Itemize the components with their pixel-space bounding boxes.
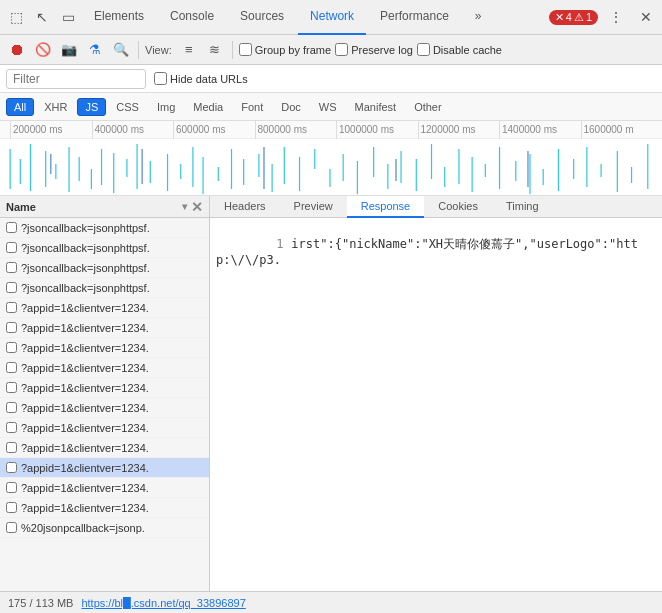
waterfall-button[interactable]: ≋ — [204, 39, 226, 61]
type-filter-js[interactable]: JS — [77, 98, 106, 116]
list-item[interactable]: ?appid=1&clientver=1234. — [0, 398, 209, 418]
list-item-name: ?jsoncallback=jsonphttpsf. — [21, 222, 203, 234]
list-item[interactable]: ?appid=1&clientver=1234. — [0, 478, 209, 498]
type-filter-manifest[interactable]: Manifest — [347, 98, 405, 116]
list-item[interactable]: ?jsoncallback=jsonphttpsf. — [0, 258, 209, 278]
list-item-checkbox[interactable] — [6, 262, 17, 273]
view-label: View: — [145, 44, 172, 56]
right-tab-cookies[interactable]: Cookies — [424, 196, 492, 218]
type-filter-ws[interactable]: WS — [311, 98, 345, 116]
hide-data-urls-checkbox[interactable] — [154, 72, 167, 85]
preserve-log-checkbox[interactable] — [335, 43, 348, 56]
right-tab-response[interactable]: Response — [347, 196, 425, 218]
list-item-checkbox[interactable] — [6, 482, 17, 493]
list-item-checkbox[interactable] — [6, 462, 17, 473]
tab-sources[interactable]: Sources — [228, 0, 296, 35]
ruler-tick: 1400000 ms — [499, 121, 581, 139]
ruler-tick: 200000 ms — [10, 121, 92, 139]
list-item[interactable]: ?jsoncallback=jsonphttpsf. — [0, 278, 209, 298]
group-by-frame-label[interactable]: Group by frame — [239, 43, 331, 56]
error-count: 4 — [566, 11, 572, 23]
type-filter-all[interactable]: All — [6, 98, 34, 116]
line-number: 1 — [259, 237, 283, 251]
list-item-checkbox[interactable] — [6, 322, 17, 333]
list-item-checkbox[interactable] — [6, 242, 17, 253]
divider-1 — [138, 41, 139, 59]
tab-network[interactable]: Network — [298, 0, 366, 35]
filter-input[interactable] — [6, 69, 146, 89]
record-button[interactable]: ⏺ — [6, 39, 28, 61]
list-item[interactable]: ?jsoncallback=jsonphttpsf. — [0, 238, 209, 258]
filter-button[interactable]: ⚗ — [84, 39, 106, 61]
list-item-checkbox[interactable] — [6, 502, 17, 513]
disable-cache-checkbox[interactable] — [417, 43, 430, 56]
error-icon: ✕ — [555, 11, 564, 24]
type-filter-other[interactable]: Other — [406, 98, 450, 116]
list-item[interactable]: ?appid=1&clientver=1234. — [0, 498, 209, 518]
ruler-tick: 400000 ms — [92, 121, 174, 139]
list-item[interactable]: ?appid=1&clientver=1234. — [0, 338, 209, 358]
cursor-icon[interactable]: ↖ — [30, 5, 54, 29]
timeline-svg — [0, 139, 662, 196]
list-body: ?jsoncallback=jsonphttpsf.?jsoncallback=… — [0, 218, 209, 591]
timeline-area: 200000 ms400000 ms600000 ms800000 ms1000… — [0, 121, 662, 196]
tab-performance[interactable]: Performance — [368, 0, 461, 35]
name-column-header: Name — [6, 201, 178, 213]
list-item-checkbox[interactable] — [6, 282, 17, 293]
error-badge: ✕ 4 ⚠ 1 — [549, 10, 598, 25]
list-item-name: ?jsoncallback=jsonphttpsf. — [21, 262, 203, 274]
divider-2 — [232, 41, 233, 59]
list-item[interactable]: ?appid=1&clientver=1234. — [0, 318, 209, 338]
right-content: 1irst":{"nickName":"XH天晴你傻蔫子","userLogo"… — [210, 218, 662, 591]
right-tab-headers[interactable]: Headers — [210, 196, 280, 218]
right-tab-timing[interactable]: Timing — [492, 196, 553, 218]
close-devtools-icon[interactable]: ✕ — [634, 5, 658, 29]
list-item-checkbox[interactable] — [6, 362, 17, 373]
status-url[interactable]: https://bl█.csdn.net/qq_33896897 — [81, 597, 654, 609]
list-item[interactable]: ?appid=1&clientver=1234. — [0, 298, 209, 318]
right-tab-preview[interactable]: Preview — [280, 196, 347, 218]
type-filter-media[interactable]: Media — [185, 98, 231, 116]
group-by-frame-text: Group by frame — [255, 44, 331, 56]
type-filter-font[interactable]: Font — [233, 98, 271, 116]
type-filter-img[interactable]: Img — [149, 98, 183, 116]
network-list: Name ▾ ✕ ?jsoncallback=jsonphttpsf.?json… — [0, 196, 210, 591]
list-item[interactable]: ?appid=1&clientver=1234. — [0, 378, 209, 398]
device-icon[interactable]: ▭ — [56, 5, 80, 29]
list-item-checkbox[interactable] — [6, 342, 17, 353]
list-item[interactable]: ?appid=1&clientver=1234. — [0, 458, 209, 478]
list-item-checkbox[interactable] — [6, 382, 17, 393]
type-filter-xhr[interactable]: XHR — [36, 98, 75, 116]
camera-button[interactable]: 📷 — [58, 39, 80, 61]
tab-more[interactable]: » — [463, 0, 494, 35]
tab-elements[interactable]: Elements — [82, 0, 156, 35]
list-item[interactable]: ?jsoncallback=jsonphttpsf. — [0, 218, 209, 238]
search-button[interactable]: 🔍 — [110, 39, 132, 61]
group-by-frame-checkbox[interactable] — [239, 43, 252, 56]
list-item-checkbox[interactable] — [6, 302, 17, 313]
hide-data-urls-label[interactable]: Hide data URLs — [154, 72, 248, 85]
list-item-name: %20jsonpcallback=jsonp. — [21, 522, 203, 534]
settings-icon[interactable]: ⋮ — [604, 5, 628, 29]
tab-console[interactable]: Console — [158, 0, 226, 35]
list-item-checkbox[interactable] — [6, 442, 17, 453]
disable-cache-label[interactable]: Disable cache — [417, 43, 502, 56]
list-item[interactable]: ?appid=1&clientver=1234. — [0, 358, 209, 378]
list-item-checkbox[interactable] — [6, 222, 17, 233]
inspect-icon[interactable]: ⬚ — [4, 5, 28, 29]
list-item[interactable]: ?appid=1&clientver=1234. — [0, 438, 209, 458]
list-item-checkbox[interactable] — [6, 522, 17, 533]
type-filter-doc[interactable]: Doc — [273, 98, 309, 116]
close-panel-button[interactable]: ✕ — [191, 200, 203, 214]
type-filter-css[interactable]: CSS — [108, 98, 147, 116]
grid-view-button[interactable]: ≡ — [178, 39, 200, 61]
list-item[interactable]: %20jsonpcallback=jsonp. — [0, 518, 209, 538]
clear-button[interactable]: 🚫 — [32, 39, 54, 61]
tab-bar-right: ✕ 4 ⚠ 1 ⋮ ✕ — [549, 5, 658, 29]
list-item-checkbox[interactable] — [6, 422, 17, 433]
list-item-checkbox[interactable] — [6, 402, 17, 413]
list-item[interactable]: ?appid=1&clientver=1234. — [0, 418, 209, 438]
list-item-name: ?appid=1&clientver=1234. — [21, 322, 203, 334]
list-item-name: ?appid=1&clientver=1234. — [21, 482, 203, 494]
preserve-log-label[interactable]: Preserve log — [335, 43, 413, 56]
